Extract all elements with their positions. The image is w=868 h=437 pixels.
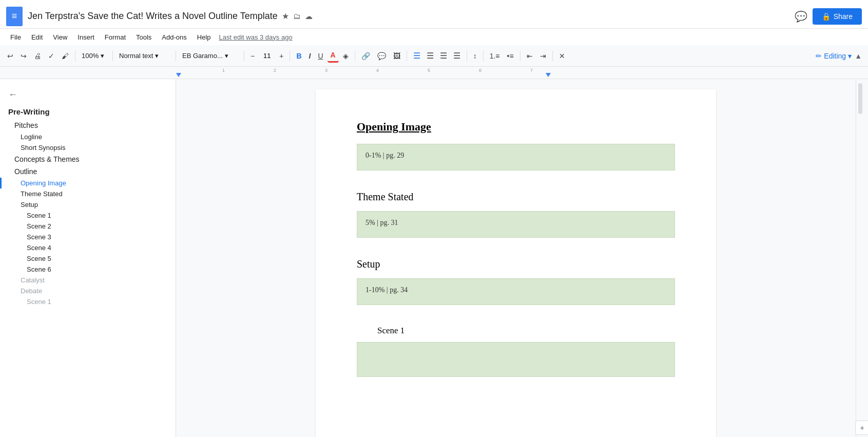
- share-label: Share: [834, 12, 853, 21]
- align-justify-button[interactable]: ☰: [450, 49, 464, 63]
- zoom-select[interactable]: 100% ▾: [79, 50, 109, 61]
- document-area: Opening Image 0-1% | pg. 29 Theme Stated…: [176, 79, 856, 437]
- underline-button[interactable]: U: [315, 50, 326, 62]
- font-size-decrease[interactable]: −: [247, 50, 258, 62]
- toolbar-separator-3: [176, 51, 176, 61]
- sidebar-item-prewriting: Pre-Writing: [0, 104, 176, 119]
- font-color-button[interactable]: A: [327, 49, 339, 63]
- align-right-button[interactable]: ☰: [437, 49, 450, 63]
- sidebar-item-short-synopsis[interactable]: Short Synopsis: [0, 142, 176, 153]
- sidebar-item-theme-stated[interactable]: Theme Stated: [0, 188, 176, 199]
- plus-icon: +: [860, 424, 864, 432]
- paint-format-button[interactable]: 🖌: [59, 50, 72, 62]
- align-left-button[interactable]: ☰: [410, 49, 423, 63]
- sidebar-item-setup[interactable]: Setup: [0, 199, 176, 210]
- image-button[interactable]: 🖼: [390, 50, 403, 62]
- sidebar: ← Pre-Writing Pitches Logline Short Syno…: [0, 79, 176, 437]
- ruler-tick-5: 5: [428, 68, 430, 73]
- sidebar-item-concepts-themes[interactable]: Concepts & Themes: [0, 153, 176, 165]
- menu-addons[interactable]: Add-ons: [158, 31, 190, 43]
- indent-increase-button[interactable]: ⇥: [537, 50, 549, 62]
- scrollbar-area[interactable]: [856, 83, 868, 421]
- ruler-tick-4: 4: [376, 68, 379, 73]
- font-select[interactable]: EB Garamo... ▾: [179, 50, 241, 61]
- editing-mode[interactable]: ✏ Editing ▾: [816, 52, 852, 60]
- sidebar-item-scene-5[interactable]: Scene 5: [0, 253, 176, 264]
- menu-edit[interactable]: Edit: [27, 31, 47, 43]
- numbered-list-button[interactable]: 1.≡: [487, 50, 503, 62]
- redo-button[interactable]: ↪: [17, 50, 30, 62]
- bullet-list-button[interactable]: •≡: [504, 50, 517, 62]
- box-scene-1[interactable]: [357, 342, 675, 377]
- font-value: EB Garamo...: [182, 52, 223, 60]
- sidebar-item-outline[interactable]: Outline: [0, 165, 176, 178]
- menu-help[interactable]: Help: [193, 31, 215, 43]
- comment-button[interactable]: 💬: [795, 10, 807, 23]
- align-center-button[interactable]: ☰: [423, 49, 437, 63]
- ruler-left-handle[interactable]: [176, 73, 181, 77]
- bottom-right-button[interactable]: +: [855, 421, 869, 435]
- ruler-tick-6: 6: [479, 68, 481, 73]
- link-button[interactable]: 🔗: [358, 50, 373, 62]
- title-info: Jen Terpstra's Save the Cat! Writes a No…: [28, 11, 795, 22]
- ruler-right-handle[interactable]: [546, 73, 551, 77]
- highlight-button[interactable]: ◈: [340, 50, 352, 62]
- editing-chevron: ▾: [848, 52, 852, 60]
- sidebar-item-pitches[interactable]: Pitches: [0, 119, 176, 131]
- document-page: Opening Image 0-1% | pg. 29 Theme Stated…: [316, 89, 716, 437]
- section-setup: Setup 1-10% | pg. 34: [357, 258, 675, 305]
- style-dropdown-icon: ▾: [155, 52, 159, 60]
- heading-setup: Setup: [357, 258, 675, 270]
- doc-title: Jen Terpstra's Save the Cat! Writes a No…: [28, 11, 278, 22]
- sidebar-item-debate[interactable]: Debate: [0, 286, 176, 296]
- ruler-tick-7: 7: [530, 68, 533, 73]
- ruler-tick-2: 2: [274, 68, 276, 73]
- box-opening-image[interactable]: 0-1% | pg. 29: [357, 144, 675, 170]
- heading-opening-image: Opening Image: [357, 120, 675, 134]
- sidebar-item-scene-3[interactable]: Scene 3: [0, 232, 176, 242]
- sidebar-item-scene-6[interactable]: Scene 6: [0, 264, 176, 275]
- share-button[interactable]: 🔒 Share: [813, 8, 862, 25]
- italic-button[interactable]: I: [306, 50, 314, 62]
- sidebar-item-opening-image[interactable]: Opening Image: [0, 178, 176, 188]
- folder-icon[interactable]: 🗂: [293, 12, 301, 21]
- menu-insert[interactable]: Insert: [73, 31, 99, 43]
- font-size-increase[interactable]: +: [276, 50, 286, 62]
- sidebar-item-scene-2[interactable]: Scene 2: [0, 221, 176, 232]
- comment-insert-button[interactable]: 💬: [374, 50, 389, 62]
- menu-file[interactable]: File: [6, 31, 25, 43]
- font-size-input[interactable]: [259, 52, 275, 60]
- sidebar-item-scene-1b[interactable]: Scene 1: [0, 296, 176, 307]
- print-button[interactable]: 🖨: [31, 50, 44, 62]
- font-dropdown-icon: ▾: [225, 52, 228, 60]
- line-spacing-button[interactable]: ↕: [470, 50, 480, 62]
- box-setup[interactable]: 1-10% | pg. 34: [357, 278, 675, 305]
- toolbar-collapse-button[interactable]: ▲: [853, 50, 864, 62]
- undo-button[interactable]: ↩: [4, 50, 16, 62]
- sidebar-back-button[interactable]: ←: [0, 85, 26, 104]
- indent-decrease-button[interactable]: ⇤: [524, 50, 536, 62]
- sidebar-item-logline[interactable]: Logline: [0, 131, 176, 142]
- clear-format-button[interactable]: ✕: [556, 50, 568, 62]
- star-icon[interactable]: ★: [282, 11, 289, 21]
- spell-check-button[interactable]: ✓: [45, 50, 57, 62]
- toolbar-separator-8: [467, 51, 467, 61]
- heading-theme-stated: Theme Stated: [357, 191, 675, 203]
- box-theme-stated[interactable]: 5% | pg. 31: [357, 211, 675, 238]
- bold-button[interactable]: B: [293, 50, 304, 62]
- style-select[interactable]: Normal text ▾: [116, 50, 172, 61]
- menu-tools[interactable]: Tools: [132, 31, 156, 43]
- sidebar-item-scene-4[interactable]: Scene 4: [0, 242, 176, 253]
- main-area: ← Pre-Writing Pitches Logline Short Syno…: [0, 79, 868, 437]
- scrollbar-thumb[interactable]: [858, 83, 862, 114]
- toolbar-separator-9: [483, 51, 484, 61]
- menu-view[interactable]: View: [49, 31, 71, 43]
- toolbar-separator-10: [520, 51, 520, 61]
- sidebar-item-scene-1[interactable]: Scene 1: [0, 210, 176, 221]
- toolbar-separator-2: [112, 51, 113, 61]
- sidebar-item-catalyst[interactable]: Catalyst: [0, 275, 176, 286]
- last-edit: Last edit was 3 days ago: [219, 33, 293, 41]
- toolbar-separator-6: [355, 51, 355, 61]
- right-panel: +: [856, 79, 868, 437]
- menu-format[interactable]: Format: [101, 31, 130, 43]
